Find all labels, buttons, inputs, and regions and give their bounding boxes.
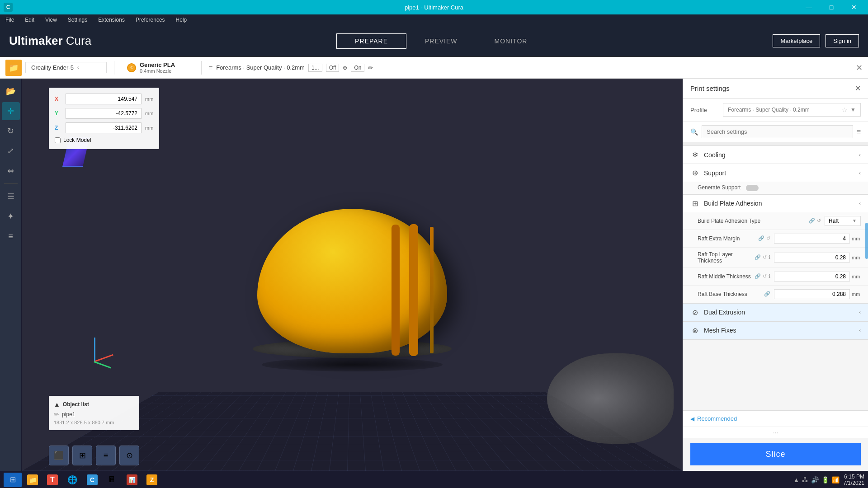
reset-icon[interactable]: ↺ — [817, 218, 821, 224]
cooling-header[interactable]: ❄ Cooling ‹ — [683, 146, 868, 164]
object-list-header: ▲ Object list — [54, 401, 134, 408]
taskbar-thunar[interactable]: T — [43, 473, 61, 487]
taskbar-chrome[interactable]: 🌐 — [63, 473, 81, 487]
battery-icon[interactable]: 🔋 — [821, 476, 829, 483]
z-input[interactable] — [66, 122, 142, 133]
open-file-tool[interactable]: 📂 — [2, 82, 20, 100]
scroll-indicator[interactable] — [865, 223, 868, 259]
secondary-model — [547, 353, 674, 444]
close-toolbar-icon[interactable]: ✕ — [856, 63, 863, 73]
dual-extrusion-chevron[interactable]: ‹ — [859, 309, 861, 315]
mesh-fixes-chevron[interactable]: ‹ — [859, 327, 861, 333]
x-input[interactable] — [66, 94, 142, 104]
menu-preferences[interactable]: Preferences — [134, 16, 167, 24]
slice-button[interactable]: Slice — [690, 443, 861, 465]
support-blocker-tool[interactable]: ✦ — [2, 207, 20, 225]
recommended-label[interactable]: Recommended — [697, 415, 737, 422]
taskbar-app-c[interactable]: C — [83, 473, 101, 487]
info-icon[interactable]: ℹ — [769, 254, 770, 260]
volume-icon[interactable]: 🔊 — [811, 476, 819, 483]
search-input[interactable] — [702, 125, 853, 138]
taskbar-powerpoint[interactable]: 📊 — [123, 473, 141, 487]
move-tool[interactable]: ✛ — [2, 102, 20, 120]
menu-view[interactable]: View — [43, 16, 59, 24]
left-toolbar: 📂 ✛ ↻ ⤢ ⇔ ☰ ✦ ≡ — [0, 79, 22, 471]
more-options[interactable]: ··· — [683, 427, 868, 438]
network-icon[interactable]: 🖧 — [802, 476, 808, 483]
toolbar-divider2 — [201, 61, 202, 75]
per-model-tool[interactable]: ☰ — [2, 188, 20, 206]
link-icon4[interactable]: 🔗 — [755, 273, 761, 279]
spacing-row — [683, 142, 868, 146]
support-chevron[interactable]: ‹ — [859, 170, 861, 176]
lock-model-checkbox[interactable] — [55, 137, 61, 143]
tab-prepare[interactable]: PREPARE — [336, 33, 406, 49]
link-icon2[interactable]: 🔗 — [758, 235, 764, 241]
thumb-layers-icon[interactable]: ≡ — [96, 446, 116, 465]
minimize-button[interactable]: — — [798, 0, 819, 14]
menu-extensions[interactable]: Extensions — [96, 16, 127, 24]
tab-preview[interactable]: PREVIEW — [406, 33, 476, 49]
build-plate-adhesion-header[interactable]: ⊞ Build Plate Adhesion ‹ — [683, 195, 868, 212]
taskbar-winzip[interactable]: Z — [143, 473, 161, 487]
build-plate-chevron[interactable]: ‹ — [859, 200, 861, 206]
reset-icon3[interactable]: ↺ — [763, 254, 767, 260]
signin-button[interactable]: Sign in — [826, 34, 859, 47]
printer-chevron-left[interactable]: ‹ — [77, 65, 79, 70]
info-icon2[interactable]: ℹ — [769, 273, 770, 279]
adhesion-type-dropdown[interactable]: Raft ▼ — [825, 216, 861, 226]
dual-extrusion-header[interactable]: ⊘ Dual Extrusion ‹ — [683, 304, 868, 321]
menu-edit[interactable]: Edit — [23, 16, 36, 24]
raft-top-thickness-input[interactable] — [774, 253, 850, 263]
slice-button-wrap: Slice — [683, 438, 868, 471]
y-input[interactable] — [66, 108, 142, 119]
reset-icon4[interactable]: ↺ — [763, 273, 767, 279]
thumb-grid-icon[interactable]: ⊞ — [72, 446, 92, 465]
taskbar-file-explorer[interactable]: 📁 — [24, 473, 42, 487]
chevron-up-icon[interactable]: ▲ — [54, 401, 60, 408]
marketplace-button[interactable]: Marketplace — [773, 34, 820, 47]
generate-support-toggle[interactable] — [746, 185, 759, 191]
open-folder-button[interactable]: 📁 — [5, 60, 22, 76]
chevron-up-sys[interactable]: ▲ — [793, 476, 799, 483]
section-mesh-fixes: ⊗ Mesh Fixes ‹ — [683, 322, 868, 340]
material-selector[interactable]: ① Generic PLA 0.4mm Nozzle — [122, 60, 194, 75]
section-dual-extrusion: ⊘ Dual Extrusion ‹ — [683, 304, 868, 322]
taskbar-calculator[interactable]: 🖩 — [103, 473, 121, 487]
tune-icon2: ⊕ — [343, 65, 347, 71]
system-clock[interactable]: 6:15 PM 7/1/2021 — [843, 474, 864, 486]
menu-file[interactable]: File — [4, 16, 16, 24]
close-button[interactable]: ✕ — [844, 0, 864, 14]
list-view-icon[interactable]: ≡ — [857, 128, 861, 136]
link-icon5[interactable]: 🔗 — [764, 291, 770, 297]
maximize-button[interactable]: □ — [821, 0, 842, 14]
reset-icon2[interactable]: ↺ — [766, 235, 770, 241]
menu-settings[interactable]: Settings — [66, 16, 89, 24]
signal-icon[interactable]: 📶 — [832, 476, 840, 483]
cooling-chevron[interactable]: ‹ — [859, 152, 861, 158]
raft-base-thickness-input[interactable] — [774, 289, 850, 299]
printer-selector[interactable]: Creality Ender-5 ‹ — [25, 62, 107, 73]
header-right: Marketplace Sign in — [773, 34, 859, 47]
thumb-sphere-icon[interactable]: ⊙ — [119, 446, 139, 465]
layer-view-tool[interactable]: ≡ — [2, 227, 20, 245]
star-icon[interactable]: ☆ — [842, 106, 848, 113]
tab-monitor[interactable]: MONITOR — [476, 33, 546, 49]
mesh-fixes-header[interactable]: ⊗ Mesh Fixes ‹ — [683, 322, 868, 339]
mirror-tool[interactable]: ⇔ — [2, 162, 20, 180]
menu-help[interactable]: Help — [174, 16, 189, 24]
start-button[interactable]: ⊞ — [4, 473, 22, 487]
close-panel-button[interactable]: ✕ — [855, 84, 861, 93]
rotate-tool[interactable]: ↻ — [2, 122, 20, 140]
thumb-cube-icon[interactable]: ⬛ — [49, 446, 69, 465]
link-icon3[interactable]: 🔗 — [755, 254, 761, 260]
raft-middle-thickness-input[interactable] — [774, 272, 850, 282]
raft-margin-input[interactable] — [774, 234, 850, 244]
support-header[interactable]: ⊕ Support ‹ — [683, 164, 868, 182]
edit-profile-icon[interactable]: ✏ — [368, 64, 373, 71]
link-icon[interactable]: 🔗 — [809, 218, 815, 224]
scale-tool[interactable]: ⤢ — [2, 142, 20, 160]
profile-select[interactable]: Forearms · Super Quality · 0.2mm ☆ ▼ — [723, 103, 861, 117]
profile-dropdown-chevron[interactable]: ▼ — [850, 107, 856, 113]
profile-row: Profile Forearms · Super Quality · 0.2mm… — [683, 99, 868, 122]
